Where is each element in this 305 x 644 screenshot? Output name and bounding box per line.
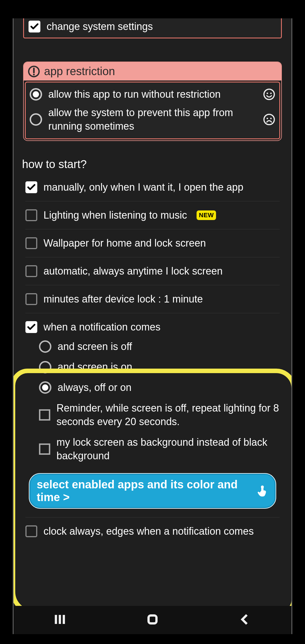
option-label: minutes after device lock : 1 minute [43, 293, 203, 305]
sub-label: and screen is on [58, 360, 132, 374]
action-button-label: select enabled apps and its color and ti… [37, 478, 254, 504]
option-lighting-music[interactable]: Lighting when listening to music NEW [25, 201, 280, 229]
svg-point-7 [267, 118, 268, 119]
checkbox-checked-icon [29, 21, 40, 32]
sub-radio-screen-off[interactable]: and screen is off [39, 336, 280, 357]
checkbox-unchecked-icon [25, 293, 37, 305]
sub-radio-screen-on[interactable]: and screen is on [39, 357, 280, 377]
sub-check-lockscreen-bg[interactable]: my lock screen as background instead of … [39, 432, 280, 466]
nav-back-button[interactable] [238, 613, 252, 627]
touch-hand-icon [256, 484, 268, 497]
svg-point-5 [270, 93, 272, 94]
radio-label: allow the system to prevent this app fro… [48, 106, 255, 133]
radio-label: allow this app to run without restrictio… [48, 88, 255, 101]
permission-change-system-settings[interactable]: change system settings [29, 21, 276, 32]
app-restriction-panel: app restriction allow this app to run wi… [23, 62, 282, 141]
radio-allow-prevent[interactable]: allow the system to prevent this app fro… [30, 104, 275, 136]
sub-label: Reminder, while screen is off, repeat li… [56, 401, 280, 429]
nav-recents-button[interactable] [53, 613, 67, 627]
permission-box: change system settings [23, 18, 282, 38]
select-enabled-apps-button[interactable]: select enabled apps and its color and ti… [29, 473, 276, 509]
sub-radio-always[interactable]: always, off or on [39, 377, 280, 398]
recents-icon [53, 613, 67, 626]
svg-point-6 [264, 114, 274, 125]
app-restriction-title: app restriction [44, 65, 115, 78]
radio-selected-icon [39, 381, 51, 394]
option-label: automatic, always anytime I lock screen [43, 265, 223, 277]
option-label: clock always, edges when a notification … [43, 525, 254, 537]
radio-unselected-icon [30, 113, 42, 126]
option-wallpaper[interactable]: Wallpaper for home and lock screen [25, 229, 280, 257]
radio-allow-no-restriction[interactable]: allow this app to run without restrictio… [30, 85, 275, 104]
frown-face-icon [263, 113, 275, 126]
checkbox-unchecked-icon [25, 237, 37, 249]
svg-rect-13 [149, 615, 156, 623]
checkbox-checked-icon [25, 181, 37, 193]
option-notification[interactable]: when a notification comes [25, 313, 280, 336]
option-automatic-lock[interactable]: automatic, always anytime I lock screen [25, 257, 280, 285]
option-label: when a notification comes [43, 321, 160, 333]
new-badge: NEW [197, 210, 216, 220]
svg-point-8 [270, 118, 272, 119]
android-nav-bar [14, 606, 291, 634]
app-restriction-body: allow this app to run without restrictio… [25, 82, 280, 139]
sub-label: and screen is off [58, 340, 132, 354]
radio-selected-icon [30, 88, 42, 101]
radio-unselected-icon [39, 340, 51, 353]
back-icon [238, 613, 252, 626]
nav-home-button[interactable] [146, 613, 159, 627]
smile-face-icon [263, 88, 275, 101]
sub-check-reminder[interactable]: Reminder, while screen is off, repeat li… [39, 398, 280, 432]
how-to-start-heading: how to start? [22, 158, 286, 171]
checkbox-unchecked-icon [25, 525, 37, 537]
option-label: Wallpaper for home and lock screen [43, 237, 206, 249]
sub-label: always, off or on [58, 381, 131, 395]
checkbox-unchecked-icon [25, 209, 37, 221]
svg-point-3 [264, 89, 274, 100]
notification-sub-group: and screen is off and screen is on alway… [39, 336, 286, 466]
home-icon [146, 613, 159, 626]
option-label: manually, only when I want it, I open th… [43, 181, 243, 193]
permission-label: change system settings [47, 21, 153, 32]
option-label: Lighting when listening to music [43, 209, 187, 221]
checkbox-checked-icon [25, 321, 37, 333]
warning-circle-icon [28, 65, 40, 78]
svg-point-2 [33, 74, 35, 75]
svg-point-4 [267, 93, 268, 94]
app-restriction-header: app restriction [24, 62, 281, 80]
checkbox-unchecked-icon [39, 409, 50, 421]
option-manually[interactable]: manually, only when I want it, I open th… [25, 173, 280, 201]
option-clock-always[interactable]: clock always, edges when a notification … [25, 517, 280, 537]
checkbox-unchecked-icon [25, 265, 37, 277]
option-minutes-after[interactable]: minutes after device lock : 1 minute [25, 285, 280, 313]
radio-unselected-icon [39, 361, 51, 373]
checkbox-unchecked-icon [39, 443, 50, 455]
sub-label: my lock screen as background instead of … [56, 436, 280, 463]
